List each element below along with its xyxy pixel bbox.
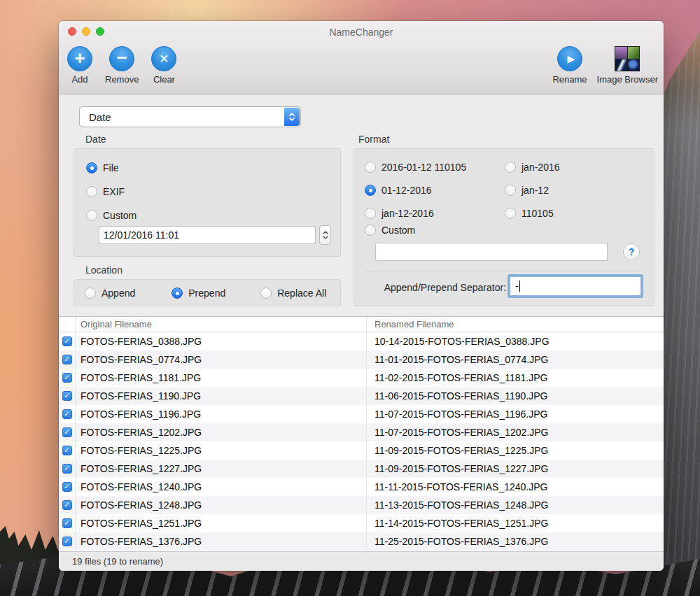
table-row[interactable]: ✓FOTOS-FERIAS_1251.JPG11-14-2015-FOTOS-F… bbox=[59, 514, 664, 532]
radio-icon bbox=[365, 225, 376, 236]
radio-icon bbox=[365, 162, 376, 173]
row-checkbox[interactable]: ✓ bbox=[62, 537, 72, 546]
renamed-filename: 11-07-2015-FOTOS-FERIAS_1196.JPG bbox=[367, 405, 664, 423]
date-stepper[interactable] bbox=[319, 225, 331, 245]
table-row[interactable]: ✓FOTOS-FERIAS_1190.JPG11-06-2015-FOTOS-F… bbox=[59, 387, 664, 405]
format-groupbox: 2016-01-12 110105jan-201601-12-2016jan-1… bbox=[354, 148, 654, 306]
custom-format-input[interactable] bbox=[375, 243, 608, 261]
rename-button[interactable]: ▶ Rename bbox=[552, 46, 587, 85]
separator-value: - bbox=[515, 281, 519, 292]
custom-date-input[interactable] bbox=[99, 226, 316, 244]
radio-01-12-2016[interactable]: 01-12-2016 bbox=[365, 185, 505, 196]
thumbnail bbox=[615, 47, 627, 59]
row-checkbox-cell: ✓ bbox=[59, 405, 76, 423]
clear-button-label: Clear bbox=[153, 74, 175, 85]
column-header-original[interactable]: Original Filename bbox=[76, 317, 367, 332]
column-header-renamed[interactable]: Renamed Filename bbox=[367, 317, 664, 332]
separator-label: Append/Prepend Separator: bbox=[358, 282, 506, 293]
table-row[interactable]: ✓FOTOS-FERIAS_1196.JPG11-07-2015-FOTOS-F… bbox=[59, 405, 664, 423]
renamed-filename: 11-06-2015-FOTOS-FERIAS_1190.JPG bbox=[367, 387, 664, 405]
file-table: Original Filename Renamed Filename ✓FOTO… bbox=[59, 316, 664, 551]
radio-110105[interactable]: 110105 bbox=[505, 208, 560, 219]
row-checkbox[interactable]: ✓ bbox=[62, 373, 72, 383]
help-button[interactable]: ? bbox=[623, 243, 640, 260]
radio-label: jan-12-2016 bbox=[382, 208, 434, 219]
radio-label: EXIF bbox=[103, 186, 125, 197]
original-filename: FOTOS-FERIAS_0774.JPG bbox=[76, 350, 367, 369]
thumbnail bbox=[628, 47, 640, 59]
renamed-filename: 11-02-2015-FOTOS-FERIAS_1181.JPG bbox=[367, 369, 664, 387]
row-checkbox[interactable]: ✓ bbox=[62, 482, 72, 492]
original-filename: FOTOS-FERIAS_1227.JPG bbox=[76, 460, 367, 478]
action-dropdown[interactable]: Date bbox=[79, 106, 301, 127]
radio-label: Custom bbox=[382, 225, 415, 236]
radio-append[interactable]: Append bbox=[85, 288, 135, 299]
radio-icon bbox=[86, 186, 97, 197]
radio-label: Append bbox=[102, 288, 135, 299]
radio-label: Custom bbox=[103, 210, 136, 221]
radio-2016-01-12-110105[interactable]: 2016-01-12 110105 bbox=[365, 162, 505, 173]
table-row[interactable]: ✓FOTOS-FERIAS_1248.JPG11-13-2015-FOTOS-F… bbox=[59, 496, 664, 514]
table-row[interactable]: ✓FOTOS-FERIAS_1202.JPG11-07-2015-FOTOS-F… bbox=[59, 423, 664, 441]
minimize-button[interactable] bbox=[82, 27, 90, 36]
radio-icon bbox=[505, 208, 516, 219]
radio-icon bbox=[365, 208, 376, 219]
row-checkbox[interactable]: ✓ bbox=[62, 409, 72, 419]
radio-custom[interactable]: Custom bbox=[86, 204, 136, 227]
renamed-filename: 11-09-2015-FOTOS-FERIAS_1225.JPG bbox=[367, 441, 664, 460]
original-filename: FOTOS-FERIAS_1251.JPG bbox=[76, 514, 367, 532]
radio-jan-12-2016[interactable]: jan-12-2016 bbox=[365, 208, 505, 219]
radio-exif[interactable]: EXIF bbox=[86, 180, 136, 204]
row-checkbox[interactable]: ✓ bbox=[62, 518, 72, 528]
row-checkbox[interactable]: ✓ bbox=[62, 500, 72, 510]
rename-controls-panel: Date Date FileEXIFCustom Location Append… bbox=[59, 94, 664, 316]
radio-custom[interactable]: Custom bbox=[365, 225, 415, 236]
table-row[interactable]: ✓FOTOS-FERIAS_1227.JPG11-09-2015-FOTOS-F… bbox=[59, 460, 664, 478]
remove-button[interactable]: − Remove bbox=[105, 46, 139, 85]
add-button[interactable]: + Add bbox=[66, 46, 94, 85]
clear-button[interactable]: ✕ Clear bbox=[150, 46, 178, 85]
table-row[interactable]: ✓FOTOS-FERIAS_1225.JPG11-09-2015-FOTOS-F… bbox=[59, 441, 664, 460]
radio-jan-12[interactable]: jan-12 bbox=[505, 185, 560, 196]
toolbar: + Add − Remove ✕ Clear ▶ Rename bbox=[59, 42, 664, 94]
row-checkbox-cell: ✓ bbox=[59, 332, 76, 350]
radio-prepend[interactable]: Prepend bbox=[172, 288, 225, 299]
table-row[interactable]: ✓FOTOS-FERIAS_1240.JPG11-11-2015-FOTOS-F… bbox=[59, 478, 664, 496]
separator-input[interactable]: - bbox=[510, 276, 641, 296]
radio-icon bbox=[505, 185, 516, 196]
table-row[interactable]: ✓FOTOS-FERIAS_0774.JPG11-01-2015-FOTOS-F… bbox=[59, 350, 664, 369]
row-checkbox-cell: ✓ bbox=[59, 441, 76, 460]
row-checkbox[interactable]: ✓ bbox=[62, 427, 72, 437]
row-checkbox[interactable]: ✓ bbox=[62, 336, 72, 346]
row-checkbox[interactable]: ✓ bbox=[62, 446, 72, 455]
table-row[interactable]: ✓FOTOS-FERIAS_0388.JPG10-14-2015-FOTOS-F… bbox=[59, 332, 664, 350]
window-title: NameChanger bbox=[59, 21, 664, 43]
divider bbox=[365, 271, 638, 271]
close-button[interactable] bbox=[68, 27, 76, 36]
radio-jan-2016[interactable]: jan-2016 bbox=[505, 162, 560, 173]
row-checkbox[interactable]: ✓ bbox=[62, 391, 72, 401]
table-row[interactable]: ✓FOTOS-FERIAS_1181.JPG11-02-2015-FOTOS-F… bbox=[59, 369, 664, 387]
titlebar[interactable]: NameChanger bbox=[59, 21, 664, 42]
original-filename: FOTOS-FERIAS_1240.JPG bbox=[76, 478, 367, 496]
row-checkbox[interactable]: ✓ bbox=[62, 355, 72, 364]
table-row[interactable]: ✓FOTOS-FERIAS_1376.JPG11-25-2015-FOTOS-F… bbox=[59, 532, 664, 551]
row-checkbox-cell: ✓ bbox=[59, 496, 76, 514]
radio-replace-all[interactable]: Replace All bbox=[260, 288, 326, 299]
renamed-filename: 10-14-2015-FOTOS-FERIAS_0388.JPG bbox=[367, 332, 664, 350]
toolbar-left-group: + Add − Remove ✕ Clear bbox=[66, 46, 178, 85]
add-icon: + bbox=[67, 46, 92, 71]
app-window: NameChanger + Add − Remove ✕ Clear ▶ bbox=[59, 21, 664, 571]
image-browser-icon bbox=[615, 46, 640, 71]
image-browser-button[interactable]: Image Browser bbox=[597, 46, 658, 85]
row-checkbox-cell: ✓ bbox=[59, 369, 76, 387]
clear-icon: ✕ bbox=[151, 46, 176, 71]
row-checkbox-cell: ✓ bbox=[59, 514, 76, 532]
radio-file[interactable]: File bbox=[86, 156, 136, 180]
format-custom-radio-slot: Custom bbox=[365, 225, 415, 236]
renamed-filename: 11-11-2015-FOTOS-FERIAS_1240.JPG bbox=[367, 478, 664, 496]
window-chrome: NameChanger + Add − Remove ✕ Clear ▶ bbox=[59, 21, 664, 94]
image-browser-label: Image Browser bbox=[597, 74, 658, 85]
zoom-button[interactable] bbox=[96, 27, 104, 36]
row-checkbox[interactable]: ✓ bbox=[62, 464, 72, 474]
